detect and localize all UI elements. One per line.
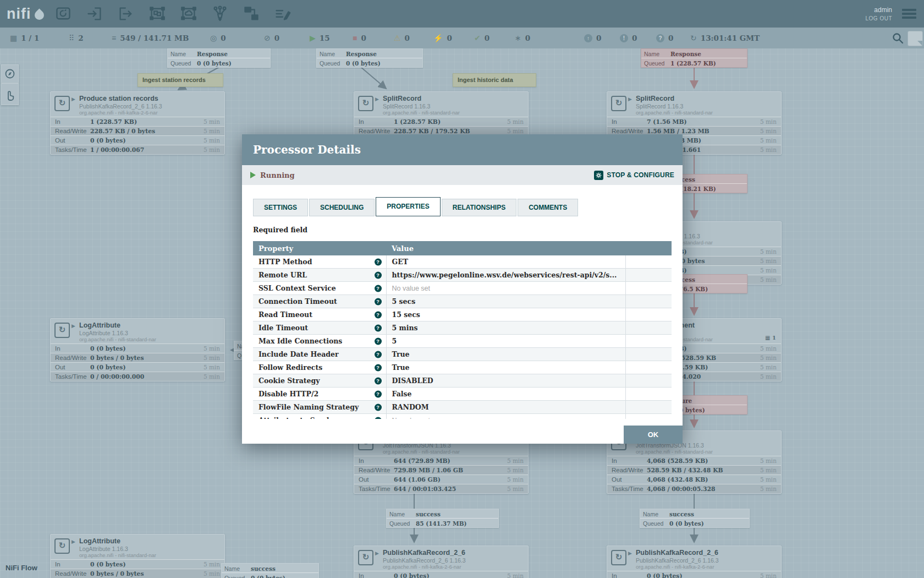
global-menu-icon[interactable] xyxy=(902,9,916,19)
ok-button[interactable]: OK xyxy=(624,426,683,444)
queued-icon: ≡ xyxy=(112,34,116,42)
birdseye-toggle-button[interactable] xyxy=(908,31,923,46)
connection-name-row: NameResponse xyxy=(641,49,747,58)
processor-type-icon: ↻ xyxy=(54,538,70,554)
refresh-icon[interactable]: ↻ xyxy=(690,34,697,42)
property-value[interactable]: True xyxy=(386,361,625,374)
stop-and-configure-button[interactable]: STOP & CONFIGURE xyxy=(594,171,674,180)
logout-link[interactable]: LOG OUT xyxy=(865,15,892,21)
not-transmitting-count: 0 xyxy=(274,34,279,42)
tab-scheduling[interactable]: SCHEDULING xyxy=(309,199,375,216)
run-status-icon: ▶ xyxy=(72,539,75,544)
property-actions-cell xyxy=(625,414,672,419)
help-icon[interactable]: ? xyxy=(375,417,382,419)
property-value[interactable]: https://www.pegelonline.wsv.de/webservic… xyxy=(386,269,625,282)
stale-icon: ↑ xyxy=(584,34,592,42)
property-name: Max Idle Connections? xyxy=(253,335,386,348)
canvas-label-ingest-historic-data[interactable]: Ingest historic data xyxy=(453,73,536,87)
help-icon[interactable]: ? xyxy=(375,324,382,331)
property-value[interactable]: DISABLED xyxy=(386,374,625,388)
gear-icon xyxy=(594,171,603,180)
output-port-icon[interactable] xyxy=(114,4,138,24)
help-icon[interactable]: ? xyxy=(375,351,382,358)
processor-type: SplitRecord 1.16.3 xyxy=(383,103,430,110)
property-value[interactable]: No value set xyxy=(386,414,625,419)
label-icon[interactable] xyxy=(271,4,295,24)
property-name: Read Timeout? xyxy=(253,308,386,321)
processor-stats: In0 (0 bytes)5 minRead/Write0 bytes / 0 … xyxy=(607,571,781,578)
input-port-icon[interactable] xyxy=(82,4,107,24)
processor-bundle: org.apache.nifi - nifi-standard-nar xyxy=(636,449,713,455)
help-icon[interactable]: ? xyxy=(375,403,382,411)
connection-label-1[interactable]: NameResponseQueued0 (0 bytes) xyxy=(316,48,423,68)
property-value[interactable]: 5 xyxy=(386,335,625,348)
process-group-icon[interactable] xyxy=(145,4,169,24)
property-row-max-idle-connections: Max Idle Connections?5 xyxy=(253,335,672,348)
processor-status-row: Running STOP & CONFIGURE xyxy=(242,165,683,185)
property-row-connection-timeout: Connection Timeout?5 secs xyxy=(253,295,672,308)
remote-process-group-icon[interactable] xyxy=(177,4,201,24)
property-value[interactable]: 5 mins xyxy=(386,321,625,335)
help-icon[interactable]: ? xyxy=(375,377,382,384)
processor-bundle: org.apache.nifi - nifi-standard-nar xyxy=(79,552,156,558)
connection-label-9[interactable]: NamesuccessQueued0 (0 bytes) xyxy=(221,563,319,578)
processor-logattribute-10[interactable]: ↻▶LogAttributeLogAttribute 1.16.3org.apa… xyxy=(50,534,225,578)
processor-produce-station-records-0[interactable]: ↻▶Produce station recordsPublishKafkaRec… xyxy=(50,91,225,155)
operate-palette-button[interactable] xyxy=(1,83,19,105)
stat-row-out: Out644 (1.06 GB)5 min xyxy=(354,475,528,484)
tab-properties[interactable]: PROPERTIES xyxy=(376,197,440,216)
help-icon[interactable]: ? xyxy=(375,271,382,279)
processor-type-icon: ↻ xyxy=(358,96,373,111)
processor-title: LogAttribute xyxy=(79,321,120,329)
value-column-header: Value xyxy=(386,241,625,255)
stat-row-in: In0 (0 bytes)5 min xyxy=(51,343,224,353)
tab-relationships[interactable]: RELATIONSHIPS xyxy=(442,199,516,216)
funnel-icon[interactable] xyxy=(208,4,232,24)
properties-table[interactable]: Property Value HTTP Method?GETRemote URL… xyxy=(253,241,672,419)
dialog-header: Processor Details xyxy=(242,134,683,165)
navigate-palette-button[interactable] xyxy=(1,64,19,83)
status-active-threads: ⠿2 xyxy=(69,28,84,48)
property-value[interactable]: GET xyxy=(386,255,625,269)
last-refresh-time[interactable]: ↻ 13:01:41 GMT xyxy=(690,28,760,48)
search-icon[interactable] xyxy=(891,31,904,45)
help-icon[interactable]: ? xyxy=(375,285,382,292)
invalid-icon: ⚠ xyxy=(394,34,401,42)
processor-title: SplitRecord xyxy=(383,95,421,102)
connection-queued-row: Queued0 (0 bytes) xyxy=(168,58,270,67)
processor-logattribute-9[interactable]: ↻▶LogAttributeLogAttribute 1.16.3org.apa… xyxy=(50,318,225,381)
run-status-icon: ▶ xyxy=(375,96,379,102)
property-value[interactable]: 15 secs xyxy=(386,308,625,321)
stat-row-in: In4,068 (528.59 KB)5 min xyxy=(607,456,781,465)
breadcrumb[interactable]: NiFi Flow xyxy=(6,564,37,572)
tab-settings[interactable]: SETTINGS xyxy=(253,199,308,216)
property-value[interactable]: False xyxy=(386,388,625,401)
help-icon[interactable]: ? xyxy=(375,311,382,318)
property-actions-cell xyxy=(625,282,672,295)
connection-label-6[interactable]: NamesuccessQueued85 (141.37 MB) xyxy=(386,509,499,528)
help-icon[interactable]: ? xyxy=(375,364,382,371)
tab-comments[interactable]: COMMENTS xyxy=(518,199,578,216)
connection-label-7[interactable]: NamesuccessQueued0 (0 bytes) xyxy=(640,509,750,528)
help-icon[interactable]: ? xyxy=(375,337,382,345)
help-icon[interactable]: ? xyxy=(375,298,382,305)
connection-label-0[interactable]: NameResponseQueued0 (0 bytes) xyxy=(167,48,271,68)
app-header: nifi admin LOG OUT xyxy=(0,0,924,28)
property-value[interactable]: True xyxy=(386,348,625,361)
connection-label-2[interactable]: NameResponseQueued1 (228.57 KB) xyxy=(641,48,747,68)
stat-row-in: In7 (1.56 MB)5 min xyxy=(607,117,781,126)
stopped-icon: ■ xyxy=(353,34,357,42)
property-row-include-date-header: Include Date Header?True xyxy=(253,348,672,361)
property-value[interactable]: RANDOM xyxy=(386,401,625,414)
processor-publishkafkarecord-2-6-7[interactable]: ↻▶PublishKafkaRecord_2_6PublishKafkaReco… xyxy=(354,546,529,578)
processor-icon[interactable] xyxy=(51,4,75,24)
locally-modified-stale-count: 0 xyxy=(632,34,637,42)
template-icon[interactable] xyxy=(239,4,263,24)
property-value[interactable]: 5 secs xyxy=(386,295,625,308)
property-actions-cell xyxy=(625,335,672,348)
help-icon[interactable]: ? xyxy=(375,390,382,397)
processor-publishkafkarecord-2-6-8[interactable]: ↻▶PublishKafkaRecord_2_6PublishKafkaReco… xyxy=(607,546,782,578)
help-icon[interactable]: ? xyxy=(375,258,382,265)
canvas-label-ingest-station-records[interactable]: Ingest station records xyxy=(138,73,223,87)
property-value[interactable]: No value set xyxy=(386,282,625,295)
